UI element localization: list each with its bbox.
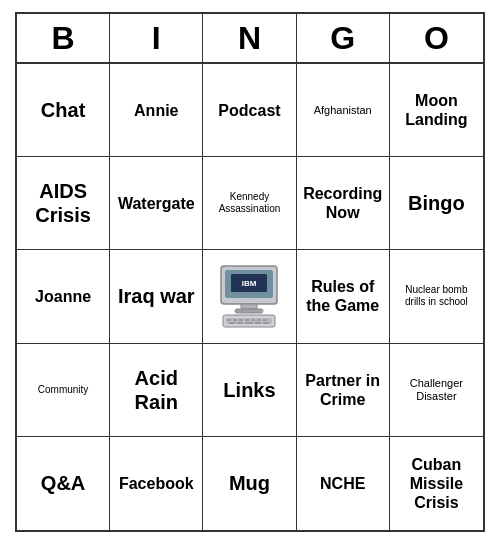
svg-rect-19: [263, 322, 269, 324]
bingo-cell: Links: [203, 344, 296, 437]
cell-text: Rules of the Game: [301, 277, 385, 315]
cell-text: Podcast: [218, 101, 280, 120]
svg-rect-12: [251, 319, 255, 321]
ibm-computer-icon: IBM: [213, 260, 285, 332]
bingo-letter: N: [203, 14, 296, 62]
cell-text: Afghanistan: [314, 104, 372, 117]
bingo-header: BINGO: [17, 14, 483, 64]
bingo-letter: B: [17, 14, 110, 62]
cell-text: Chat: [41, 98, 85, 122]
bingo-cell: Challenger Disaster: [390, 344, 483, 437]
bingo-cell: Chat: [17, 64, 110, 157]
cell-text: Acid Rain: [114, 366, 198, 414]
svg-rect-14: [263, 319, 267, 321]
cell-text: Community: [38, 384, 89, 396]
svg-rect-16: [237, 322, 243, 324]
bingo-cell: Partner in Crime: [297, 344, 390, 437]
svg-rect-18: [255, 322, 261, 324]
cell-text: Facebook: [119, 474, 194, 493]
bingo-cell: IBM: [203, 250, 296, 343]
cell-text: Moon Landing: [394, 91, 479, 129]
cell-text: NCHE: [320, 474, 365, 493]
cell-text: AIDS Crisis: [21, 179, 105, 227]
cell-text: Watergate: [118, 194, 195, 213]
cell-text: Bingo: [408, 191, 465, 215]
bingo-cell: Nuclear bomb drills in school: [390, 250, 483, 343]
svg-rect-15: [229, 322, 235, 324]
cell-text: Joanne: [35, 287, 91, 306]
svg-rect-8: [227, 319, 231, 321]
cell-text: Recording Now: [301, 184, 385, 222]
cell-text: Q&A: [41, 471, 85, 495]
bingo-cell: Podcast: [203, 64, 296, 157]
bingo-card: BINGO ChatAnniePodcastAfghanistanMoon La…: [15, 12, 485, 532]
svg-rect-4: [241, 304, 257, 309]
cell-text: Cuban Missile Crisis: [394, 455, 479, 513]
bingo-cell: Watergate: [110, 157, 203, 250]
cell-text: Nuclear bomb drills in school: [394, 284, 479, 308]
bingo-cell: Iraq war: [110, 250, 203, 343]
bingo-cell: Joanne: [17, 250, 110, 343]
bingo-cell: Bingo: [390, 157, 483, 250]
bingo-cell: Cuban Missile Crisis: [390, 437, 483, 530]
cell-text: Links: [223, 378, 275, 402]
cell-text: Challenger Disaster: [394, 377, 479, 403]
bingo-cell: AIDS Crisis: [17, 157, 110, 250]
bingo-cell: Acid Rain: [110, 344, 203, 437]
bingo-cell: NCHE: [297, 437, 390, 530]
cell-text: Kennedy Assassination: [207, 191, 291, 215]
cell-text: Partner in Crime: [301, 371, 385, 409]
bingo-cell: Community: [17, 344, 110, 437]
svg-rect-10: [239, 319, 243, 321]
bingo-cell: Rules of the Game: [297, 250, 390, 343]
bingo-cell: Afghanistan: [297, 64, 390, 157]
svg-rect-13: [257, 319, 261, 321]
bingo-grid: ChatAnniePodcastAfghanistanMoon LandingA…: [17, 64, 483, 530]
svg-rect-11: [245, 319, 249, 321]
svg-text:IBM: IBM: [242, 279, 257, 288]
cell-text: Mug: [229, 471, 270, 495]
bingo-cell: Q&A: [17, 437, 110, 530]
bingo-cell: Facebook: [110, 437, 203, 530]
bingo-letter: G: [297, 14, 390, 62]
bingo-letter: I: [110, 14, 203, 62]
bingo-cell: Mug: [203, 437, 296, 530]
bingo-cell: Recording Now: [297, 157, 390, 250]
bingo-cell: Kennedy Assassination: [203, 157, 296, 250]
cell-text: Iraq war: [118, 284, 195, 308]
bingo-letter: O: [390, 14, 483, 62]
bingo-cell: Annie: [110, 64, 203, 157]
svg-rect-9: [233, 319, 237, 321]
svg-rect-5: [235, 309, 263, 313]
svg-rect-17: [245, 322, 253, 324]
bingo-cell: Moon Landing: [390, 64, 483, 157]
cell-text: Annie: [134, 101, 178, 120]
